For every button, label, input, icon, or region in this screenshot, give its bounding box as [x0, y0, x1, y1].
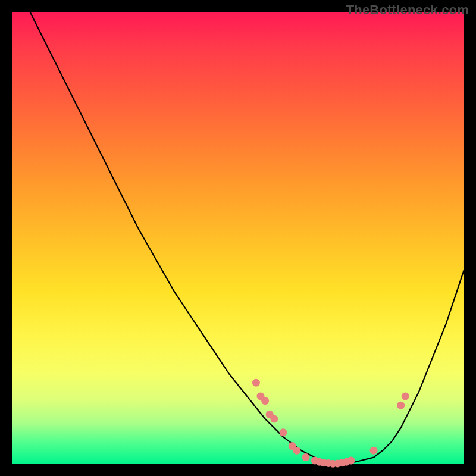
- data-point: [261, 397, 269, 405]
- data-point: [270, 415, 278, 423]
- data-point: [293, 447, 300, 455]
- data-point: [347, 456, 355, 464]
- data-point: [302, 453, 310, 461]
- data-points: [252, 379, 409, 468]
- chart-area: [12, 12, 464, 464]
- data-point: [252, 379, 260, 387]
- curve-plot: [12, 12, 464, 464]
- bottleneck-curve: [30, 12, 464, 464]
- watermark-text: TheBottleneck.com: [346, 2, 469, 18]
- data-point: [397, 402, 405, 409]
- data-point: [280, 428, 287, 436]
- data-point: [402, 393, 409, 400]
- data-point: [370, 447, 378, 455]
